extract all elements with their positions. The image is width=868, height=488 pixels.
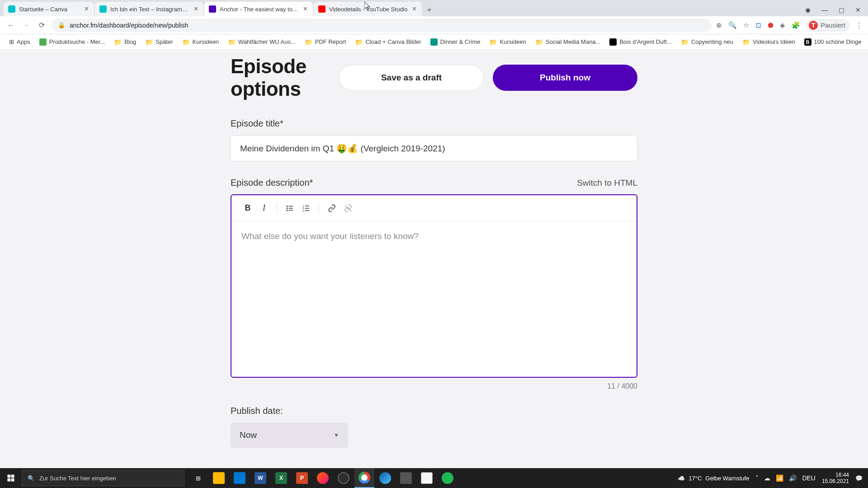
bookmark-folder[interactable]: 📁Wahlfächer WU Aus...: [224, 37, 299, 47]
menu-icon[interactable]: ⋮: [856, 21, 863, 29]
favicon-icon: [8, 5, 15, 13]
window-controls: ◉ — ▢ ✕: [805, 6, 868, 16]
browser-tab-active[interactable]: Anchor - The easiest way to mak ✕: [204, 2, 313, 16]
close-icon[interactable]: ✕: [193, 6, 199, 12]
bookmark-folder[interactable]: 📁Videokurs Ideen: [739, 37, 799, 47]
task-view-button[interactable]: ⊞: [188, 468, 208, 488]
excel-button[interactable]: X: [271, 468, 291, 488]
obs-button[interactable]: [334, 468, 354, 488]
notepad-button[interactable]: [417, 468, 437, 488]
notifications-icon[interactable]: 💬: [855, 475, 863, 482]
minimize-button[interactable]: —: [821, 6, 828, 14]
url-text: anchor.fm/dashboard/episode/new/publish: [70, 22, 188, 29]
weather-widget[interactable]: ☁️ 17°C Gelbe Warnstufe: [678, 475, 749, 482]
description-textarea[interactable]: [231, 221, 637, 375]
bookmark-folder[interactable]: 📁Copywriting neu: [677, 37, 737, 47]
page-content: Episode options Save as a draft Publish …: [0, 50, 868, 468]
bookmark-star-icon[interactable]: ☆: [743, 21, 749, 29]
bookmark-icon: B: [804, 38, 811, 46]
close-icon[interactable]: ✕: [302, 6, 308, 12]
wifi-icon[interactable]: 📶: [776, 474, 783, 482]
bookmark-item[interactable]: B100 schöne Dinge: [801, 37, 865, 47]
clock[interactable]: 16:44 15.06.2021: [822, 472, 849, 485]
close-window-button[interactable]: ✕: [855, 6, 861, 14]
volume-icon[interactable]: 🔊: [789, 474, 797, 482]
powerpoint-button[interactable]: P: [292, 468, 312, 488]
bookmark-folder[interactable]: 📁Kursideen: [179, 37, 223, 47]
bullet-list-button[interactable]: [282, 200, 298, 216]
bookmark-label: Blog: [124, 38, 136, 45]
bookmark-folder[interactable]: 📁Cload + Canva Bilder: [351, 37, 425, 47]
new-tab-button[interactable]: +: [423, 4, 435, 16]
bookmark-folder[interactable]: 📁Blog: [110, 37, 140, 47]
bookmark-folder[interactable]: 📁Kursideen: [486, 37, 530, 47]
tray-chevron-icon[interactable]: ˄: [755, 474, 759, 482]
taskbar-search[interactable]: 🔍 Zur Suche Text hier eingeben: [22, 470, 184, 486]
maximize-button[interactable]: ▢: [839, 6, 844, 14]
browser-tab[interactable]: Videodetails - YouTube Studio ✕: [314, 2, 422, 16]
publish-date-dropdown[interactable]: Now ▼: [231, 422, 348, 448]
zoom-icon[interactable]: 🔍: [728, 21, 737, 29]
app-button[interactable]: [313, 468, 333, 488]
bookmark-label: Cload + Canva Bilder: [365, 38, 421, 45]
svg-rect-14: [11, 475, 14, 478]
episode-title-input[interactable]: [231, 135, 637, 161]
favicon-icon: [318, 5, 326, 13]
bookmark-folder[interactable]: 📁PDF Report: [301, 37, 350, 47]
close-icon[interactable]: ✕: [411, 6, 417, 12]
mail-button[interactable]: [230, 468, 250, 488]
browser-tab[interactable]: Startseite – Canva ✕: [4, 2, 94, 16]
account-icon[interactable]: ◉: [805, 6, 811, 14]
bookmark-item[interactable]: Produktsuche - Mer...: [36, 37, 109, 47]
folder-icon: 📁: [228, 38, 236, 46]
file-explorer-button[interactable]: [209, 468, 229, 488]
italic-button[interactable]: I: [256, 200, 272, 216]
bookmark-folder[interactable]: 📁Social Media Mana...: [532, 37, 604, 47]
browser-tab[interactable]: Ich bin ein Text – Instagram-Beit ✕: [95, 2, 203, 16]
bookmark-label: PDF Report: [315, 38, 346, 45]
folder-icon: 📁: [681, 38, 689, 46]
start-button[interactable]: [0, 468, 22, 488]
extension-icon[interactable]: ◈: [780, 21, 785, 29]
chrome-button[interactable]: [354, 468, 374, 488]
svg-rect-16: [11, 479, 14, 482]
bookmark-item[interactable]: Bois d'Argent Duft...: [606, 37, 675, 47]
onedrive-icon[interactable]: ☁: [764, 474, 770, 482]
toolbar-separator: [319, 203, 319, 214]
translate-icon[interactable]: ⊕: [716, 21, 722, 29]
switch-to-html-button[interactable]: Switch to HTML: [577, 178, 637, 188]
publish-now-button[interactable]: Publish now: [493, 65, 637, 91]
back-button[interactable]: ←: [5, 20, 16, 31]
bookmark-folder[interactable]: 📁Später: [142, 37, 176, 47]
extension-icon[interactable]: ⊡: [755, 21, 761, 29]
tab-title: Startseite – Canva: [19, 6, 80, 13]
folder-icon: 📁: [305, 38, 312, 46]
close-icon[interactable]: ✕: [83, 6, 90, 12]
edge-button[interactable]: [375, 468, 395, 488]
ordered-list-button[interactable]: 123: [298, 200, 314, 216]
adblock-icon[interactable]: ⬢: [768, 21, 774, 29]
tab-title: Anchor - The easiest way to mak: [220, 6, 298, 13]
lock-icon: 🔒: [58, 22, 65, 28]
language-indicator[interactable]: DEU: [802, 474, 816, 482]
save-draft-button[interactable]: Save as a draft: [339, 65, 484, 91]
favicon-icon: [209, 5, 216, 13]
dropdown-value: Now: [240, 430, 257, 440]
forward-button[interactable]: →: [21, 20, 32, 31]
word-button[interactable]: W: [250, 468, 270, 488]
bold-button[interactable]: B: [240, 200, 256, 216]
unlink-button[interactable]: [340, 200, 356, 216]
link-button[interactable]: [324, 200, 340, 216]
svg-rect-13: [8, 475, 11, 478]
chevron-down-icon: ▼: [334, 432, 339, 438]
app-button[interactable]: [396, 468, 416, 488]
extensions-icon[interactable]: 🧩: [792, 21, 800, 29]
address-bar[interactable]: 🔒 anchor.fm/dashboard/episode/new/publis…: [52, 19, 712, 32]
bookmark-item[interactable]: Dinner & Crime: [427, 37, 484, 47]
spotify-button[interactable]: [438, 468, 458, 488]
publish-date-label: Publish date:: [231, 406, 637, 416]
profile-pause-button[interactable]: T Pausiert: [807, 19, 849, 31]
reload-button[interactable]: ⟳: [36, 20, 47, 31]
apps-button[interactable]: ⊞Apps: [5, 37, 34, 47]
bookmarks-bar: ⊞Apps Produktsuche - Mer... 📁Blog 📁Späte…: [0, 34, 868, 50]
